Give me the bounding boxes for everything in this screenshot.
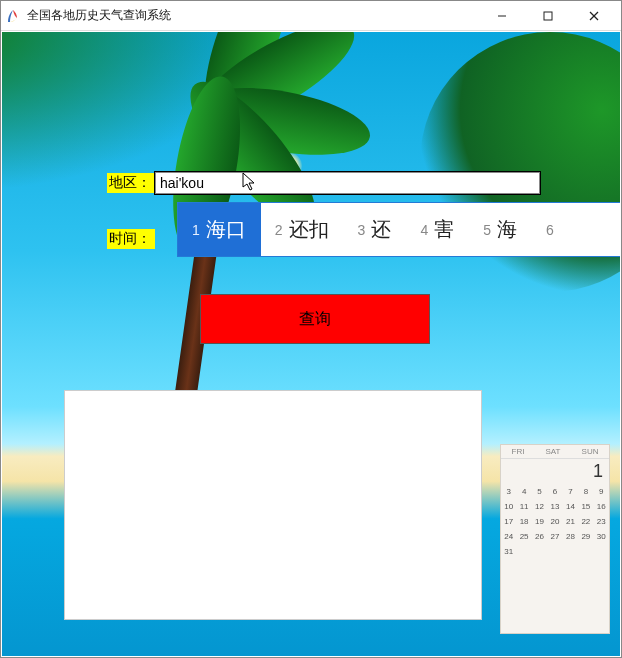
time-label: 时间： [107,229,155,249]
region-row: 地区： [107,172,540,194]
ime-candidate[interactable]: 4害 [406,203,469,256]
ime-candidate[interactable]: 5海 [469,203,532,256]
ime-candidate[interactable]: 1海口 [178,203,261,256]
ime-candidate-text: 害 [434,216,454,243]
window-title: 全国各地历史天气查询系统 [27,7,479,24]
ime-candidate-number: 6 [546,222,554,238]
close-button[interactable] [571,1,617,31]
ime-candidate-number: 3 [358,222,366,238]
calendar-header: FRI SAT SUN [501,445,609,459]
ime-candidate-text: 海 [497,216,517,243]
region-input[interactable] [155,172,540,194]
ime-candidate-number: 5 [483,222,491,238]
titlebar[interactable]: 全国各地历史天气查询系统 [1,1,621,31]
svg-rect-1 [544,12,552,20]
query-button[interactable]: 查询 [200,294,430,344]
ime-candidate-number: 2 [275,222,283,238]
query-button-label: 查询 [299,309,331,330]
calendar-widget: FRI SAT SUN 1 3456789 10111213141516 171… [500,444,610,634]
calendar-dayheader: SAT [546,447,561,456]
ime-candidate-number: 1 [192,222,200,238]
minimize-button[interactable] [479,1,525,31]
calendar-bigday: 1 [501,459,609,484]
maximize-button[interactable] [525,1,571,31]
app-window: 全国各地历史天气查询系统 [0,0,622,658]
ime-candidate-text: 还扣 [289,216,329,243]
calendar-grid: 3456789 10111213141516 17181920212223 24… [501,484,609,559]
palm-fronds-decoration [152,42,352,182]
ime-candidate-text: 还 [371,216,391,243]
app-icon [5,8,21,24]
ime-candidate-text: 海口 [206,216,246,243]
ime-candidate[interactable]: 2还扣 [261,203,344,256]
ime-candidate-bar[interactable]: 1海口2还扣3还4害5海6 [177,202,620,257]
ime-candidate[interactable]: 6 [532,203,575,256]
region-label: 地区： [107,173,155,193]
window-controls [479,1,617,31]
calendar-dayheader: FRI [512,447,525,456]
ime-candidate[interactable]: 3还 [344,203,407,256]
calendar-dayheader: SUN [582,447,599,456]
ime-candidate-number: 4 [420,222,428,238]
client-area: FRI SAT SUN 1 3456789 10111213141516 171… [2,32,620,656]
result-textbox[interactable] [64,390,482,620]
